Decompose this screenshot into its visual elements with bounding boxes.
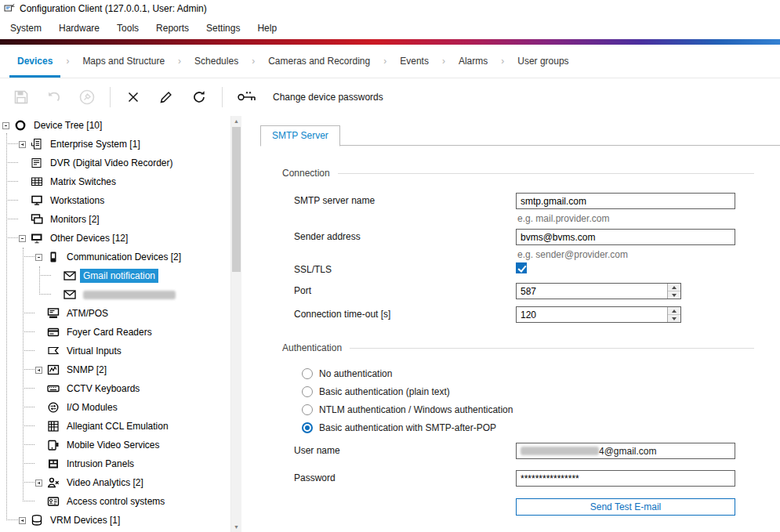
tree-connector-line bbox=[6, 143, 18, 144]
menu-bar: SystemHardwareToolsReportsSettingsHelp bbox=[0, 17, 780, 39]
undo-button[interactable] bbox=[41, 84, 67, 110]
tree-item-snmp-2[interactable]: SNMP [2] bbox=[0, 360, 230, 379]
sender-address-input[interactable] bbox=[516, 229, 735, 245]
save-button[interactable] bbox=[8, 84, 34, 110]
tree-connector-line bbox=[23, 407, 34, 407]
auth-option-ntlm-authentication-windows-authentication[interactable]: NTLM authentication / Windows authentica… bbox=[302, 404, 513, 416]
tree-connector-line bbox=[6, 237, 18, 238]
collapse-minus-icon[interactable] bbox=[35, 254, 42, 261]
tree-item-vrm-devices-1[interactable]: VRM Devices [1] bbox=[0, 511, 230, 530]
nav-tab-cameras-and-recording[interactable]: Cameras and Recording bbox=[259, 45, 379, 78]
other-devices-icon bbox=[31, 232, 43, 244]
tree-item-intrusion-panels[interactable]: Intrusion Panels bbox=[0, 454, 230, 473]
collapse-minus-icon[interactable] bbox=[19, 235, 26, 242]
timeout-spinner[interactable] bbox=[516, 306, 681, 323]
nav-tab-devices[interactable]: Devices bbox=[8, 45, 62, 78]
tree-item-access-control-systems[interactable]: Access control systems bbox=[0, 492, 230, 511]
auth-option-label: Basic authentication (plain text) bbox=[319, 386, 450, 397]
expand-plus-icon[interactable] bbox=[19, 141, 26, 148]
timeout-input[interactable] bbox=[517, 307, 667, 322]
attach-pin-button[interactable] bbox=[74, 84, 100, 110]
spin-down-icon[interactable] bbox=[668, 315, 680, 322]
auth-option-basic-authentication-plain-text[interactable]: Basic authentication (plain text) bbox=[302, 385, 450, 398]
tree-item-virtual-inputs[interactable]: Virtual Inputs bbox=[0, 342, 230, 360]
tree-scrollbar[interactable]: ▲ ▼ bbox=[231, 116, 241, 532]
tree-item-label: Intrusion Panels bbox=[63, 457, 137, 471]
tree-item-video-analytics-2[interactable]: Video Analytics [2] bbox=[0, 473, 230, 492]
auth-option-no-authentication[interactable]: No authentication bbox=[302, 367, 392, 380]
tree-item-label: Gmail notification bbox=[80, 269, 158, 283]
tree-item-dvr-digital-video-recorder[interactable]: DVR (Digital Video Recorder) bbox=[0, 154, 230, 172]
port-spinner[interactable] bbox=[516, 283, 681, 299]
tree-item-gmail-notification[interactable]: Gmail notification bbox=[0, 266, 230, 285]
menu-item-system[interactable]: System bbox=[2, 19, 50, 38]
spin-up-icon[interactable] bbox=[668, 307, 680, 315]
port-input[interactable] bbox=[517, 284, 667, 299]
tree-item-monitors-2[interactable]: Monitors [2] bbox=[0, 210, 230, 229]
tree-item-foyer-card-readers[interactable]: Foyer Card Readers bbox=[0, 323, 230, 342]
change-device-passwords-button[interactable] bbox=[232, 84, 263, 110]
menu-item-tools[interactable]: Tools bbox=[108, 19, 147, 38]
port-spin-buttons[interactable] bbox=[667, 284, 680, 299]
tree-item-device-tree-10[interactable]: Device Tree [10] bbox=[0, 116, 230, 135]
collapse-minus-icon[interactable] bbox=[2, 122, 9, 129]
nav-tab-schedules[interactable]: Schedules bbox=[185, 45, 248, 78]
tab-smtp-server[interactable]: SMTP Server bbox=[260, 125, 340, 147]
menu-item-reports[interactable]: Reports bbox=[147, 19, 198, 38]
window-title: Configuration Client (127.0.0.1, User: A… bbox=[20, 3, 207, 14]
radio-icon[interactable] bbox=[302, 368, 313, 379]
auth-option-basic-authentication-with-smtp-after-pop[interactable]: Basic authentication with SMTP-after-POP bbox=[302, 422, 496, 434]
send-test-email-button[interactable]: Send Test E-mail bbox=[516, 498, 735, 516]
tree-connector-line bbox=[23, 313, 34, 313]
tree-item-workstations[interactable]: Workstations bbox=[0, 191, 230, 210]
expand-plus-icon[interactable] bbox=[35, 367, 42, 374]
password-key-icon bbox=[237, 89, 259, 106]
tree-item-enterprise-system-1[interactable]: Enterprise System [1] bbox=[0, 135, 230, 154]
spin-up-icon[interactable] bbox=[668, 284, 680, 291]
nav-tabs: Devices›Maps and Structure›Schedules›Cam… bbox=[0, 45, 780, 78]
menu-item-settings[interactable]: Settings bbox=[198, 19, 249, 38]
refresh-button[interactable] bbox=[186, 84, 212, 110]
radio-icon[interactable] bbox=[302, 404, 313, 415]
menu-item-hardware[interactable]: Hardware bbox=[50, 19, 108, 38]
email-icon bbox=[63, 288, 76, 301]
radio-icon[interactable] bbox=[302, 386, 313, 397]
nav-tab-alarms[interactable]: Alarms bbox=[449, 45, 497, 78]
user-name-input[interactable]: 4@gmail.com bbox=[516, 443, 735, 459]
tree-item-label: Matrix Switches bbox=[47, 175, 119, 189]
tree-item-mobile-video-services[interactable]: Mobile Video Services bbox=[0, 436, 230, 454]
delete-button[interactable] bbox=[120, 84, 147, 110]
tree-connector-line bbox=[6, 519, 18, 520]
tree-item-label: Enterprise System [1] bbox=[47, 137, 143, 151]
intrusion-panels-icon bbox=[47, 458, 60, 470]
ssl-tls-checkbox[interactable] bbox=[516, 262, 527, 273]
tree-item-cctv-keyboards[interactable]: CCTV Keyboards bbox=[0, 379, 230, 398]
configuration-client-window: Configuration Client (127.0.0.1, User: A… bbox=[0, 0, 780, 532]
tree-item-communication-devices-2[interactable]: Communication Devices [2] bbox=[0, 248, 230, 266]
tree-item-redacted[interactable] bbox=[0, 285, 230, 304]
scrollbar-up-arrow-icon[interactable]: ▲ bbox=[231, 116, 241, 126]
expand-plus-icon[interactable] bbox=[19, 517, 26, 524]
edit-button[interactable] bbox=[153, 84, 180, 110]
password-input[interactable] bbox=[516, 470, 735, 487]
scrollbar-down-arrow-icon[interactable]: ▼ bbox=[231, 522, 241, 532]
tree-item-matrix-switches[interactable]: Matrix Switches bbox=[0, 172, 230, 191]
menu-item-help[interactable]: Help bbox=[249, 19, 285, 38]
nav-tab-maps-and-structure[interactable]: Maps and Structure bbox=[73, 45, 174, 78]
tree-item-other-devices-12[interactable]: Other Devices [12] bbox=[0, 229, 230, 248]
nav-tab-user-groups[interactable]: User groups bbox=[508, 45, 578, 78]
spin-down-icon[interactable] bbox=[668, 291, 680, 299]
tree-item-allegiant-ccl-emulation[interactable]: Allegiant CCL Emulation bbox=[0, 417, 230, 436]
nav-tab-events[interactable]: Events bbox=[390, 45, 438, 78]
timeout-spin-buttons[interactable] bbox=[667, 307, 680, 322]
io-modules-icon bbox=[47, 401, 60, 414]
radio-selected-icon[interactable] bbox=[302, 422, 313, 433]
tree-item-atm-pos[interactable]: ATM/POS bbox=[0, 304, 230, 323]
scrollbar-thumb[interactable] bbox=[232, 127, 241, 272]
tree-item-i-o-modules[interactable]: I/O Modules bbox=[0, 398, 230, 417]
authentication-group-header: Authentication bbox=[282, 342, 754, 353]
user-name-label: User name bbox=[294, 445, 340, 456]
expand-plus-icon[interactable] bbox=[35, 480, 42, 487]
change-device-passwords-label[interactable]: Change device passwords bbox=[273, 92, 383, 103]
smtp-server-name-input[interactable] bbox=[516, 193, 735, 209]
